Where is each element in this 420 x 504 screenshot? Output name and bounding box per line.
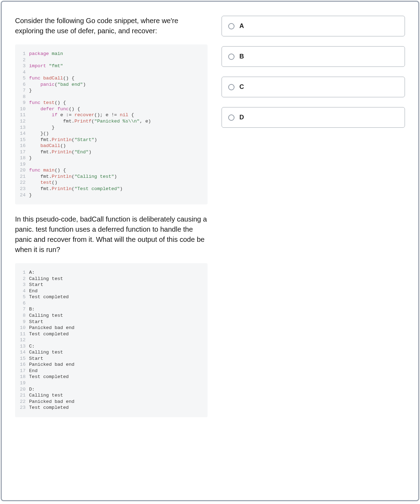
option-label: A — [239, 22, 244, 30]
question-column: Consider the following Go code snippet, … — [15, 16, 208, 486]
option-label: B — [239, 53, 244, 60]
question-followup: In this pseudo-code, badCall function is… — [15, 214, 208, 255]
option-c[interactable]: C — [222, 77, 405, 97]
option-b[interactable]: B — [222, 46, 405, 67]
quiz-container: Consider the following Go code snippet, … — [1, 1, 419, 501]
options-column: A B C D — [222, 16, 405, 486]
option-a[interactable]: A — [222, 16, 405, 36]
radio-icon — [228, 114, 234, 121]
option-label: D — [239, 114, 244, 121]
option-label: C — [239, 83, 244, 91]
radio-icon — [228, 23, 234, 29]
code-snippet: 1package main23import "fmt"45func badCal… — [15, 44, 208, 204]
radio-icon — [228, 54, 234, 60]
answer-choices-block: 1A:2Calling test3Start4End5Test complete… — [15, 263, 208, 417]
option-d[interactable]: D — [222, 107, 405, 128]
question-intro: Consider the following Go code snippet, … — [15, 16, 208, 36]
radio-icon — [228, 84, 234, 90]
